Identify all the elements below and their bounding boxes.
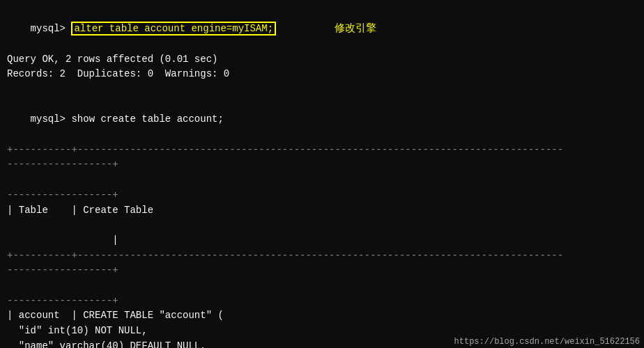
dashes-mid-1: ------------------+ [7,188,637,203]
prompt-1: mysql> [31,23,72,34]
dashes-top-2: ------------------+ [7,157,637,173]
output-query-ok: Query OK, 2 rows affected (0.01 sec) [7,52,637,68]
data-row-account: | account | CREATE TABLE "account" ( [7,308,637,324]
blank-3 [7,218,637,233]
dashes-mid-3: ------------------+ [7,263,637,278]
prompt-2: mysql> [31,113,72,125]
url-bar: https://blog.csdn.net/weixin_51622156 [454,337,640,347]
command-line-1: mysql> alter table account engine=myISAM… [7,6,637,52]
blank-4 [7,278,637,294]
command-show: show create table account; [71,113,223,125]
dashes-mid-2: +----------+----------------------------… [7,248,637,264]
dashes-top-1: +----------+----------------------------… [7,143,637,158]
annotation-modify-engine: 修改引擎 [335,23,376,35]
blank-1 [7,82,637,97]
table-header-row: | Table | Create Table [7,203,637,219]
blank-2 [7,173,637,188]
output-records: Records: 2 Duplicates: 0 Warnings: 0 [7,67,637,82]
cursor-line: | [7,233,637,248]
terminal-window: mysql> alter table account engine=myISAM… [0,0,644,348]
command-highlight-1: alter table account engine=myISAM; [71,22,276,35]
command-line-2: mysql> show create table account; [7,97,637,143]
dashes-mid-4: ------------------+ [7,294,637,309]
